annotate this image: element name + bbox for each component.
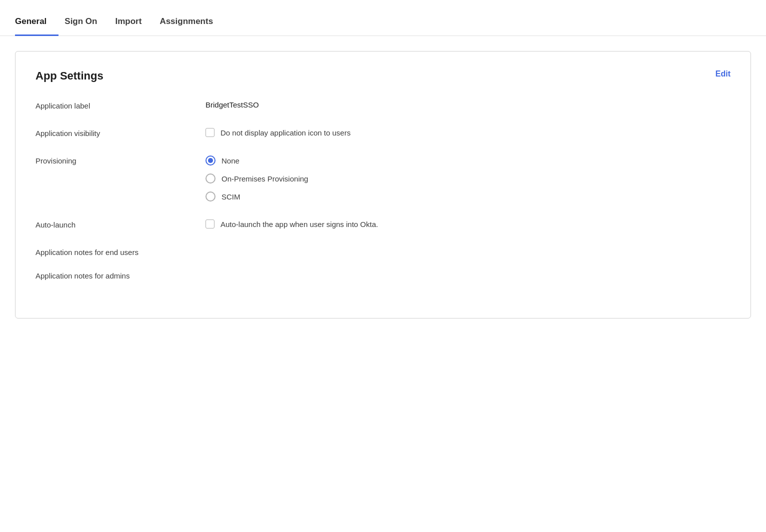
provisioning-value: None On-Premises Provisioning SCIM — [206, 156, 730, 202]
visibility-checkbox-label: Do not display application icon to users — [220, 128, 350, 137]
auto-launch-checkbox-label: Auto-launch the app when user signs into… — [220, 220, 378, 228]
application-label-text: BridgetTestSSO — [206, 100, 259, 109]
radio-on-premises[interactable] — [206, 174, 216, 184]
radio-scim-row[interactable]: SCIM — [206, 192, 730, 202]
tab-sign-on[interactable]: Sign On — [64, 16, 109, 36]
radio-none-inner — [208, 158, 213, 163]
radio-none-label: None — [222, 156, 240, 165]
radio-on-premises-label: On-Premises Provisioning — [222, 174, 308, 183]
visibility-checkbox-row: Do not display application icon to users — [206, 128, 730, 137]
provisioning-label: Provisioning — [36, 156, 206, 165]
radio-on-premises-row[interactable]: On-Premises Provisioning — [206, 174, 730, 184]
provisioning-radio-group: None On-Premises Provisioning SCIM — [206, 156, 730, 202]
tab-import[interactable]: Import — [115, 16, 154, 36]
card-header: App Settings Edit — [36, 70, 730, 82]
visibility-checkbox[interactable] — [206, 128, 214, 137]
radio-none-row[interactable]: None — [206, 156, 730, 166]
tabs-bar: General Sign On Import Assignments — [0, 0, 766, 36]
application-visibility-row: Application visibility Do not display ap… — [36, 128, 730, 138]
application-label-row: Application label BridgetTestSSO — [36, 100, 730, 110]
app-notes-admins-label: Application notes for admins — [36, 270, 206, 280]
auto-launch-checkbox[interactable] — [206, 220, 214, 228]
radio-none[interactable] — [206, 156, 216, 166]
app-settings-card: App Settings Edit Application label Brid… — [15, 51, 751, 318]
edit-button[interactable]: Edit — [716, 70, 730, 78]
radio-scim-label: SCIM — [222, 192, 240, 201]
provisioning-row: Provisioning None On-Premises Provisioni… — [36, 156, 730, 202]
application-label-label: Application label — [36, 100, 206, 110]
radio-scim[interactable] — [206, 192, 216, 202]
tab-general[interactable]: General — [15, 16, 58, 36]
card-title: App Settings — [36, 70, 104, 82]
application-visibility-value: Do not display application icon to users — [206, 128, 730, 137]
auto-launch-checkbox-row: Auto-launch the app when user signs into… — [206, 220, 730, 228]
application-label-value: BridgetTestSSO — [206, 100, 730, 109]
tab-assignments[interactable]: Assignments — [160, 16, 225, 36]
app-notes-users-row: Application notes for end users — [36, 247, 730, 256]
content-area: App Settings Edit Application label Brid… — [0, 36, 766, 334]
auto-launch-label: Auto-launch — [36, 220, 206, 229]
application-visibility-label: Application visibility — [36, 128, 206, 138]
app-notes-admins-row: Application notes for admins — [36, 270, 730, 280]
app-notes-users-label: Application notes for end users — [36, 247, 206, 256]
auto-launch-row: Auto-launch Auto-launch the app when use… — [36, 220, 730, 229]
auto-launch-value: Auto-launch the app when user signs into… — [206, 220, 730, 228]
